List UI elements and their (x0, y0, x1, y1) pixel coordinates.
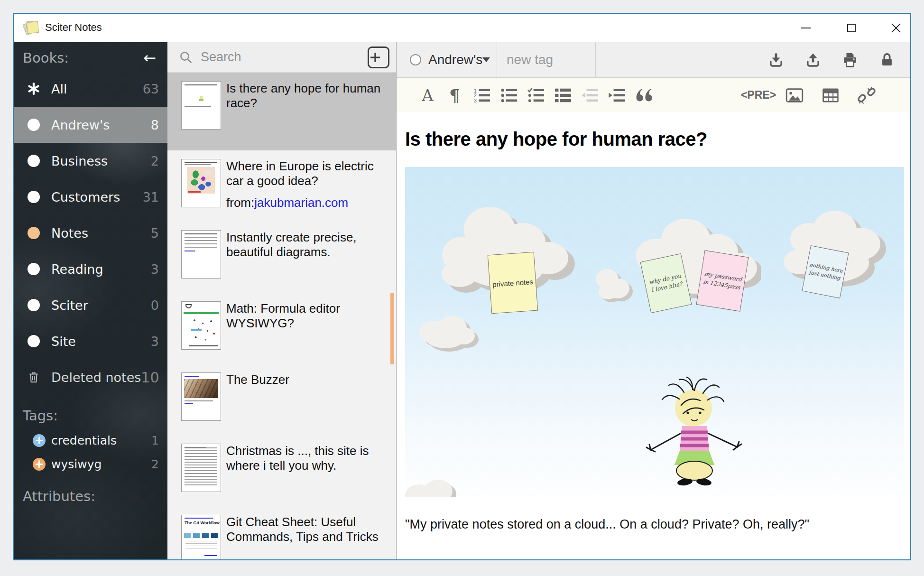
tag-count: 1 (151, 434, 159, 447)
note-title: Git Cheat Sheet: Useful Commands, Tips a… (226, 515, 389, 544)
minimize-button[interactable] (795, 19, 816, 37)
book-label: Notes (51, 226, 151, 241)
note-list-item[interactable]: The Buzzer (167, 364, 396, 435)
collapse-sidebar-icon[interactable]: ← (143, 50, 156, 65)
note-list-item[interactable]: The Git Workflow Git Cheat Sheet: Useful… (167, 506, 396, 559)
note-list-item[interactable]: Christmas is ..., this site is where i t… (167, 435, 396, 506)
maximize-button[interactable] (841, 19, 862, 37)
note-list-item[interactable]: Is there any hope for human race? (167, 73, 396, 150)
sidebar-item-all[interactable]: All 63 (14, 71, 167, 107)
tag-label: credentials (51, 434, 151, 447)
blockquote-icon (635, 88, 654, 103)
sidebar-item-sciter[interactable]: Sciter 0 (14, 287, 167, 323)
note-title: Christmas is ..., this site is where i t… (226, 444, 389, 473)
bullet-list-button[interactable] (495, 84, 522, 107)
sticky-note-text: why do you I love him? (648, 272, 684, 295)
tag-plus-icon: + (33, 434, 46, 447)
book-label: All (51, 82, 143, 96)
font-button[interactable]: A (414, 84, 441, 107)
note-thumbnail (181, 372, 221, 421)
chevron-down-icon (482, 57, 490, 62)
note-thumbnail (181, 159, 221, 207)
format-toolbar: A ¶ 1 2 3 (397, 78, 910, 112)
note-thumbnail (181, 444, 221, 492)
attributes-header: Attributes: (14, 476, 167, 509)
note-list-item[interactable]: Math: Formula editor WYSIWYG? (167, 293, 396, 364)
book-label: Deleted notes (51, 370, 141, 385)
book-dot-icon (27, 190, 41, 204)
note-title: Math: Formula editor WYSIWYG? (226, 301, 389, 330)
blockquote-button[interactable] (630, 84, 657, 107)
check-list-button[interactable] (522, 84, 549, 107)
lock-icon (879, 51, 895, 68)
editor-topbar: Andrew's (397, 42, 910, 78)
note-source: from:jakubmarian.com (226, 195, 389, 210)
note-title: Instantly create precise, beautiful diag… (226, 230, 389, 259)
printer-icon (841, 51, 859, 68)
pre-icon: <PRE> (741, 89, 776, 102)
paragraph-button[interactable]: ¶ (441, 84, 468, 107)
note-source-link[interactable]: jakubmarian.com (254, 195, 348, 210)
book-label: Site (51, 334, 151, 349)
print-button[interactable] (841, 51, 859, 69)
app-window: Sciter Notes Books: ← All 63 Andrew's (13, 13, 911, 560)
check-list-icon (527, 87, 545, 103)
indent-button[interactable] (603, 84, 630, 107)
upload-icon (804, 51, 822, 68)
sidebar-item-andrews[interactable]: Andrew's 8 (14, 107, 167, 143)
add-note-button[interactable] (368, 46, 389, 68)
book-dot-icon (27, 154, 41, 168)
tag-label: wysiwyg (51, 457, 151, 471)
tag-item-wysiwyg[interactable]: + wysiwyg 2 (14, 452, 167, 476)
cloud-image (412, 309, 483, 354)
search-bar (167, 42, 396, 73)
sticky-note-text: nothing here just nothing (807, 261, 843, 283)
close-button[interactable] (886, 19, 906, 37)
unlink-button[interactable] (849, 84, 885, 107)
list-scrollbar-thumb[interactable] (390, 293, 394, 364)
book-count: 8 (151, 118, 159, 132)
block-list-button[interactable] (549, 84, 576, 107)
sidebar-item-site[interactable]: Site 3 (14, 323, 167, 359)
pre-button[interactable]: <PRE> (740, 84, 776, 107)
insert-image-button[interactable] (776, 84, 813, 107)
ordered-list-icon: 1 2 3 (473, 87, 490, 103)
sidebar-item-customers[interactable]: Customers 31 (14, 179, 167, 215)
note-content[interactable]: Is there any hope for human race? (397, 112, 910, 559)
tag-item-credentials[interactable]: + credentials 1 (14, 428, 167, 452)
tags-header: Tags: (14, 395, 167, 428)
lock-button[interactable] (878, 51, 896, 69)
ordered-list-button[interactable]: 1 2 3 (468, 84, 495, 107)
sidebar-item-notes[interactable]: Notes 5 (14, 215, 167, 251)
app-icon (24, 20, 40, 36)
book-selector-label: Andrew's (428, 52, 482, 67)
export-button[interactable] (804, 51, 822, 69)
new-tag-input[interactable] (497, 42, 595, 77)
divider (595, 42, 596, 77)
download-icon (767, 51, 785, 68)
paragraph-icon: ¶ (449, 87, 460, 104)
insert-table-button[interactable] (813, 84, 849, 107)
sidebar-item-reading[interactable]: Reading 3 (14, 251, 167, 287)
note-list-item[interactable]: Where in Europe is electric car a good i… (167, 150, 396, 222)
plus-icon (368, 50, 382, 65)
window-title: Sciter Notes (45, 21, 102, 34)
note-quote: "My private notes stored on a cloud... O… (405, 517, 910, 532)
book-dot-icon (27, 226, 41, 240)
sidebar-item-deleted-notes[interactable]: Deleted notes 10 (14, 359, 167, 395)
editor-panel: Andrew's (397, 42, 910, 559)
book-label: Business (51, 154, 151, 168)
book-count: 2 (151, 154, 159, 168)
cartoon-girl-image (642, 376, 747, 487)
outdent-icon (582, 87, 599, 103)
sidebar-item-business[interactable]: Business 2 (14, 143, 167, 179)
book-selector[interactable]: Andrew's (397, 42, 497, 77)
note-illustration: private notes why do you I love him? my … (405, 167, 904, 497)
thumbnail-text: The Git Workflow (185, 521, 220, 526)
outdent-button[interactable] (576, 84, 603, 107)
import-button[interactable] (767, 51, 785, 69)
search-input[interactable] (200, 49, 368, 65)
note-list-item[interactable]: Instantly create precise, beautiful diag… (167, 222, 396, 293)
bullet-list-icon (500, 87, 517, 103)
cloud-image (405, 473, 469, 497)
